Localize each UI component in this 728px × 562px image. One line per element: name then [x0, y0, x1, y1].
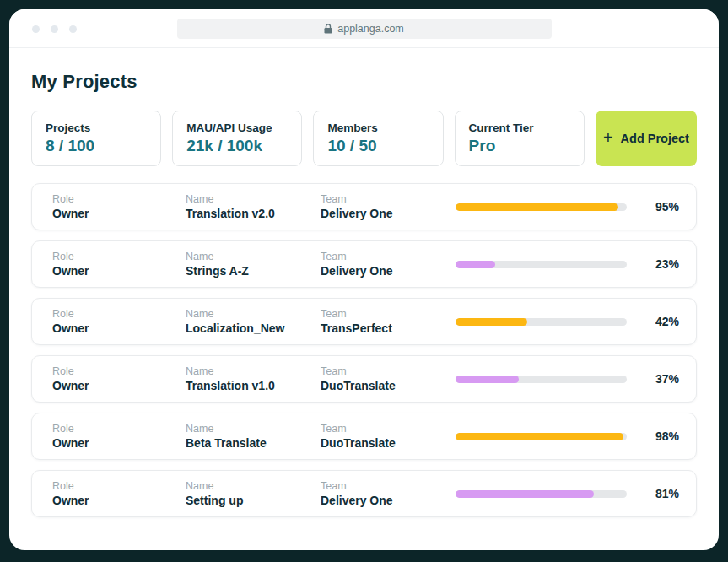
browser-chrome: applanga.com [9, 9, 719, 48]
role-value: Owner [52, 322, 186, 335]
progress-bar-wrap [456, 203, 642, 211]
window-dot[interactable] [32, 25, 40, 33]
team-column-label: Team [321, 423, 456, 435]
stat-label: Current Tier [469, 122, 570, 134]
team-cell: Team DuoTranslate [321, 365, 456, 392]
stat-value: Pro [469, 137, 570, 155]
project-name: Setting up [186, 494, 321, 507]
team-value: Delivery One [321, 494, 456, 507]
stat-value: 21k / 100k [186, 137, 288, 155]
project-row[interactable]: Role Owner Name Translation v1.0 Team Du… [31, 355, 697, 403]
team-cell: Team Delivery One [321, 251, 456, 278]
progress-bar-fill [456, 261, 495, 268]
role-value: Owner [52, 207, 186, 220]
name-column-label: Name [186, 251, 321, 262]
team-cell: Team TransPerfect [321, 308, 456, 335]
url-bar[interactable]: applanga.com [177, 19, 552, 39]
name-column-label: Name [186, 193, 321, 205]
url-text: applanga.com [337, 23, 404, 35]
progress-bar-wrap [456, 318, 642, 326]
project-row[interactable]: Role Owner Name Translation v2.0 Team De… [31, 183, 697, 230]
team-cell: Team Delivery One [321, 193, 456, 220]
team-column-label: Team [321, 193, 456, 205]
progress-bar-fill [456, 203, 618, 211]
progress-bar-track [456, 433, 627, 440]
project-name: Translation v1.0 [186, 379, 321, 392]
project-name: Localization_New [186, 322, 321, 335]
progress-percent: 37% [642, 372, 679, 386]
lock-icon [324, 24, 332, 34]
team-column-label: Team [321, 365, 456, 377]
team-value: DuoTranslate [321, 436, 456, 450]
main-content: My Projects Projects 8 / 100 MAU/API Usa… [9, 48, 719, 517]
name-cell: Name Setting up [186, 480, 321, 507]
stat-label: Members [327, 122, 429, 134]
progress-bar-wrap [456, 433, 642, 440]
role-cell: Role Owner [52, 480, 186, 507]
team-column-label: Team [321, 480, 456, 492]
role-value: Owner [52, 494, 186, 507]
progress-bar-track [456, 376, 627, 383]
stat-card: Current Tier Pro [455, 111, 585, 166]
role-column-label: Role [52, 251, 186, 262]
role-cell: Role Owner [52, 308, 186, 335]
add-project-button[interactable]: + Add Project [596, 111, 697, 166]
progress-bar-fill [456, 490, 594, 498]
role-column-label: Role [52, 308, 186, 320]
role-cell: Role Owner [52, 251, 186, 278]
team-column-label: Team [321, 251, 456, 262]
stat-label: MAU/API Usage [186, 122, 288, 134]
role-column-label: Role [52, 480, 186, 492]
name-cell: Name Localization_New [186, 308, 321, 335]
team-value: Delivery One [321, 207, 456, 220]
team-cell: Team DuoTranslate [321, 423, 456, 450]
window-dot[interactable] [69, 25, 77, 33]
name-column-label: Name [186, 308, 321, 320]
progress-bar-track [456, 490, 627, 498]
role-cell: Role Owner [52, 423, 186, 450]
project-name: Strings A-Z [186, 264, 321, 278]
role-column-label: Role [52, 423, 186, 435]
project-name: Beta Translate [186, 436, 321, 450]
progress-bar-fill [456, 433, 623, 440]
project-row[interactable]: Role Owner Name Setting up Team Delivery… [31, 470, 697, 517]
role-cell: Role Owner [52, 365, 186, 392]
browser-window: applanga.com My Projects Projects 8 / 10… [9, 9, 719, 550]
name-cell: Name Beta Translate [186, 423, 321, 450]
name-cell: Name Translation v2.0 [186, 193, 321, 220]
progress-bar-wrap [456, 376, 642, 383]
plus-icon: + [603, 129, 613, 146]
role-value: Owner [52, 379, 186, 392]
team-value: TransPerfect [321, 322, 456, 335]
stat-label: Projects [46, 122, 147, 134]
window-dot[interactable] [51, 25, 58, 33]
team-column-label: Team [321, 308, 456, 320]
progress-percent: 81% [642, 487, 679, 500]
progress-bar-track [456, 261, 627, 268]
progress-bar-wrap [456, 490, 642, 498]
role-column-label: Role [52, 365, 186, 377]
team-value: DuoTranslate [321, 379, 456, 392]
project-row[interactable]: Role Owner Name Strings A-Z Team Deliver… [31, 240, 697, 288]
stat-card: Members 10 / 50 [313, 111, 443, 166]
project-row[interactable]: Role Owner Name Localization_New Team Tr… [31, 298, 697, 345]
role-value: Owner [52, 264, 186, 278]
project-name: Translation v2.0 [186, 207, 321, 220]
page-title: My Projects [31, 71, 697, 93]
name-column-label: Name [186, 423, 321, 435]
dark-backdrop: applanga.com My Projects Projects 8 / 10… [0, 0, 728, 562]
progress-bar-track [456, 318, 627, 326]
progress-bar-fill [456, 376, 519, 383]
progress-percent: 23% [642, 257, 679, 271]
progress-percent: 42% [642, 315, 679, 328]
progress-percent: 95% [642, 200, 679, 213]
stat-value: 10 / 50 [327, 137, 429, 155]
name-column-label: Name [186, 480, 321, 492]
team-cell: Team Delivery One [321, 480, 456, 507]
name-cell: Name Translation v1.0 [186, 365, 321, 392]
progress-percent: 98% [642, 430, 679, 443]
team-value: Delivery One [321, 264, 456, 278]
progress-bar-wrap [456, 261, 642, 268]
progress-bar-track [456, 203, 627, 211]
project-row[interactable]: Role Owner Name Beta Translate Team DuoT… [31, 413, 697, 460]
